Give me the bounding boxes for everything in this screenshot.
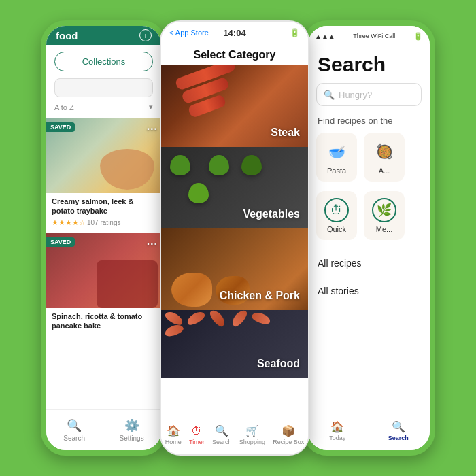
timer-label2: Timer — [189, 439, 205, 445]
category-chicken[interactable]: Chicken & Pork — [161, 228, 308, 310]
a-icon: 🥘 — [372, 139, 396, 164]
nav2-recipebox[interactable]: 📦 Recipe Box — [273, 424, 304, 445]
saved-badge-1: SAVED — [46, 122, 75, 132]
nav2-shopping[interactable]: 🛒 Shopping — [239, 424, 265, 445]
settings-icon-nav: ⚙️ — [124, 418, 139, 433]
phone2-bottom-nav: 🏠 Home ⏱ Timer 🔍 Search 🛒 Shopping 📦 Rec… — [161, 415, 308, 454]
chip-me-label: Me... — [376, 225, 392, 233]
nav-settings[interactable]: ⚙️ Settings — [120, 418, 144, 442]
timer-icon2: ⏱ — [191, 425, 202, 437]
clock: 14:04 — [223, 28, 245, 38]
nav3-today[interactable]: 🏠 Today — [329, 420, 345, 441]
category-label-chicken: Chicken & Pork — [220, 290, 300, 302]
steak-art — [175, 69, 243, 123]
chip-pasta-label: Pasta — [327, 167, 346, 175]
rating-1: ★★★★☆ 107 ratings — [52, 218, 156, 227]
category-label-vegetables: Vegetables — [243, 208, 300, 220]
more-button-2[interactable]: ⋯ — [146, 237, 157, 250]
sort-chevron[interactable]: ▾ — [149, 103, 153, 112]
search-icon-nav: 🔍 — [67, 418, 82, 433]
pasta-icon: 🥣 — [324, 139, 349, 164]
list-links: All recipes All stories — [308, 250, 430, 305]
phone1-search-bar[interactable] — [54, 78, 153, 97]
page-title: Select Category — [161, 44, 308, 65]
recipe-card-1: SAVED ⋯ Creamy salmon, leek & potato tra… — [46, 118, 161, 231]
nav2-home[interactable]: 🏠 Home — [165, 424, 182, 445]
today-label3: Today — [329, 435, 345, 441]
recipe-card-2: SAVED ⋯ Spinach, ricotta & tomato pancak… — [46, 233, 161, 335]
chip-pasta[interactable]: 🥣 Pasta — [316, 133, 357, 182]
recipebox-icon2: 📦 — [282, 424, 295, 437]
sort-row: A to Z ▾ — [54, 103, 153, 112]
phone1-bottom-nav: 🔍 Search ⚙️ Settings — [46, 409, 161, 450]
nav-search[interactable]: 🔍 Search — [63, 418, 85, 442]
more-button-1[interactable]: ⋯ — [146, 122, 157, 135]
info-icon[interactable]: i — [139, 29, 152, 41]
chip-quick[interactable]: ⏱ Quick — [316, 191, 357, 240]
chicken-art — [171, 273, 212, 307]
chip-quick-label: Quick — [327, 225, 346, 233]
phone-left: food i Collections A to Z ▾ SAVED ⋯ Crea… — [41, 20, 167, 456]
search-icon2: 🔍 — [215, 424, 228, 437]
chip-me[interactable]: 🌿 Me... — [364, 191, 405, 240]
phone1-status-bar: food i — [46, 26, 161, 45]
sort-label[interactable]: A to Z — [54, 103, 74, 112]
recipe-title-2: Spinach, ricotta & tomato pancake bake — [52, 311, 156, 331]
quick-chips: ⏱ Quick 🌿 Me... — [308, 191, 430, 250]
all-recipes-link[interactable]: All recipes — [318, 250, 420, 277]
nav2-search[interactable]: 🔍 Search — [212, 424, 232, 445]
veg-art — [168, 152, 308, 208]
signal-icon3: ▲▲▲ — [315, 33, 335, 40]
battery-icon3: 🔋 — [413, 32, 423, 41]
category-seafood[interactable]: Seafood — [161, 310, 308, 378]
stars-1: ★★★★☆ — [52, 218, 86, 227]
chip-a-label: A... — [379, 167, 390, 175]
phone3-status-bar: ▲▲▲ Three WiFi Call 🔋 — [308, 26, 430, 46]
phone3-bottom-nav: 🏠 Today 🔍 Search — [308, 411, 430, 450]
rating-count-1: 107 ratings — [87, 219, 120, 226]
collections-button[interactable]: Collections — [54, 52, 153, 71]
nav3-search[interactable]: 🔍 Search — [388, 420, 409, 441]
search-label3: Search — [388, 435, 409, 441]
shopping-label2: Shopping — [239, 439, 265, 445]
category-vegetables[interactable]: Vegetables — [161, 147, 308, 228]
carrier-label3: Three WiFi Call — [353, 33, 395, 39]
shrimp-art — [165, 313, 273, 335]
search-icon3: 🔍 — [324, 90, 335, 100]
category-label-steak: Steak — [271, 126, 300, 139]
settings-nav-label: Settings — [120, 435, 144, 442]
home-icon3: 🏠 — [330, 420, 344, 433]
find-recipes-text: Find recipes on the — [308, 116, 430, 133]
category-label-seafood: Seafood — [257, 358, 300, 370]
me-icon: 🌿 — [372, 198, 396, 222]
phone-right: ▲▲▲ Three WiFi Call 🔋 Search 🔍 Hungry? F… — [303, 20, 435, 456]
app-store-back[interactable]: < App Store — [169, 29, 209, 37]
home-label2: Home — [165, 439, 182, 445]
search-heading: Search — [308, 46, 430, 83]
all-stories-link[interactable]: All stories — [318, 277, 420, 305]
phone2-status-bar: < App Store 14:04 🔋 — [161, 22, 308, 44]
search-nav-label: Search — [63, 435, 85, 442]
phone-center: < App Store 14:04 🔋 Select Category Stea… — [160, 20, 309, 456]
search-icon-active3: 🔍 — [392, 420, 405, 433]
battery-icon: 🔋 — [290, 28, 300, 37]
category-steak[interactable]: Steak — [161, 65, 308, 147]
recipebox-label2: Recipe Box — [273, 439, 304, 445]
search-placeholder: Hungry? — [339, 90, 372, 100]
home-icon2: 🏠 — [167, 424, 180, 437]
saved-badge-2: SAVED — [46, 237, 75, 247]
nav2-timer[interactable]: ⏱ Timer — [189, 425, 205, 445]
recipe-title-1: Creamy salmon, leek & potato traybake — [52, 197, 156, 216]
category-chips: 🥣 Pasta 🥘 A... — [308, 133, 430, 191]
shopping-icon2: 🛒 — [245, 424, 259, 437]
chip-a[interactable]: 🥘 A... — [364, 133, 405, 182]
search-input[interactable]: 🔍 Hungry? — [316, 83, 422, 106]
search-label2: Search — [212, 439, 232, 445]
phone1-app-name: food — [56, 30, 78, 41]
quick-clock-icon: ⏱ — [324, 198, 349, 222]
